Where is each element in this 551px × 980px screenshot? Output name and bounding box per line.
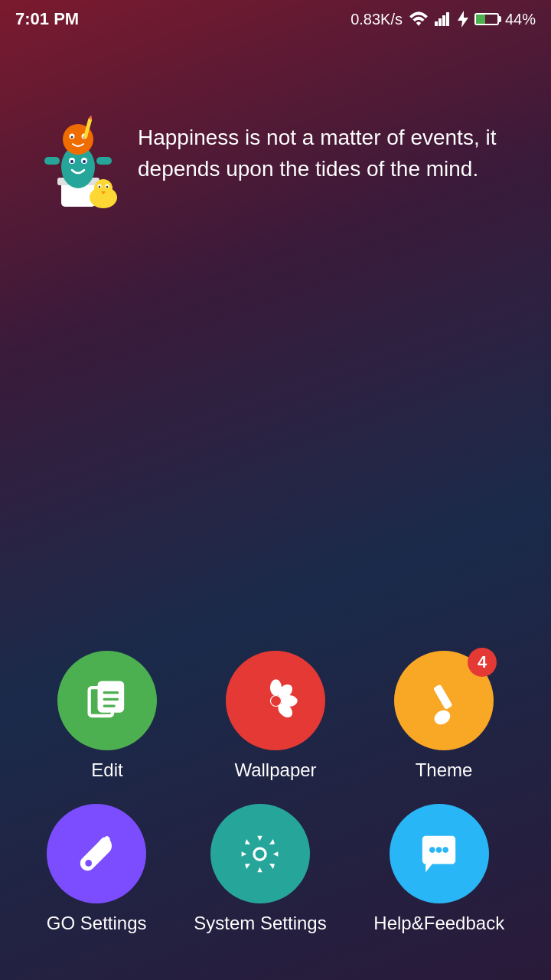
theme-label: Theme — [416, 760, 473, 781]
svg-point-10 — [70, 160, 73, 163]
signal-icon — [435, 11, 452, 27]
svg-point-44 — [254, 848, 266, 859]
svg-rect-2 — [442, 15, 445, 26]
battery-percent: 44% — [505, 11, 536, 28]
go-settings-icon — [72, 829, 122, 879]
svg-point-46 — [436, 847, 442, 853]
svg-rect-1 — [439, 18, 442, 26]
wallpaper-icon-circle — [226, 651, 325, 750]
network-speed: 0.83K/s — [350, 11, 403, 28]
edit-label: Edit — [91, 760, 122, 781]
svg-point-17 — [71, 136, 73, 139]
help-feedback-label: Help&Feedback — [373, 913, 504, 934]
svg-rect-3 — [446, 12, 449, 26]
quote-section: Happiness is not a matter of events, it … — [0, 84, 551, 222]
help-feedback-icon-circle — [390, 804, 489, 903]
system-settings-icon-circle — [210, 804, 310, 903]
wallpaper-icon-wrapper[interactable]: Wallpaper — [226, 651, 325, 781]
wallpaper-icon — [251, 676, 301, 726]
svg-rect-12 — [44, 157, 60, 165]
icon-row-2: GO Settings System Settings — [23, 804, 528, 934]
edit-icon-circle — [57, 651, 157, 750]
svg-point-39 — [271, 696, 281, 706]
system-settings-icon — [235, 829, 285, 879]
time: 7:01 PM — [15, 9, 79, 29]
status-right-area: 0.83K/s 44% — [350, 11, 536, 28]
svg-point-47 — [443, 847, 449, 853]
edit-icon-wrapper[interactable]: Edit — [57, 651, 157, 781]
theme-icon-circle: 4 — [394, 651, 494, 750]
svg-point-22 — [94, 179, 112, 198]
go-settings-label: GO Settings — [47, 913, 147, 934]
go-settings-icon-circle — [47, 804, 146, 903]
svg-point-11 — [83, 160, 86, 163]
theme-icon-wrapper[interactable]: 4 Theme — [394, 651, 494, 781]
system-settings-icon-wrapper[interactable]: System Settings — [194, 804, 326, 934]
edit-icon — [83, 676, 132, 726]
svg-point-45 — [429, 847, 435, 853]
go-settings-icon-wrapper[interactable]: GO Settings — [47, 804, 147, 934]
svg-marker-4 — [458, 11, 468, 28]
bottom-section: Edit Wallpaper 4 — [0, 651, 551, 957]
svg-rect-13 — [96, 157, 112, 165]
svg-rect-40 — [432, 684, 452, 710]
quote-text: Happiness is not a matter of events, it … — [138, 122, 528, 185]
bolt-icon — [458, 11, 468, 28]
status-bar: 7:01 PM 0.83K/s 44% — [0, 0, 551, 38]
help-feedback-icon — [414, 829, 464, 879]
svg-point-26 — [106, 186, 108, 188]
svg-point-42 — [85, 860, 92, 867]
battery — [474, 13, 499, 25]
svg-point-41 — [432, 707, 452, 726]
svg-point-25 — [99, 186, 100, 188]
help-feedback-icon-wrapper[interactable]: Help&Feedback — [373, 804, 504, 934]
mascot-image — [38, 115, 122, 207]
system-settings-label: System Settings — [194, 913, 326, 934]
theme-icon — [419, 676, 469, 726]
wallpaper-label: Wallpaper — [234, 760, 316, 781]
theme-badge: 4 — [468, 648, 497, 677]
icon-row-1: Edit Wallpaper 4 — [23, 651, 528, 781]
svg-rect-0 — [435, 21, 438, 26]
wifi-icon — [409, 11, 429, 27]
